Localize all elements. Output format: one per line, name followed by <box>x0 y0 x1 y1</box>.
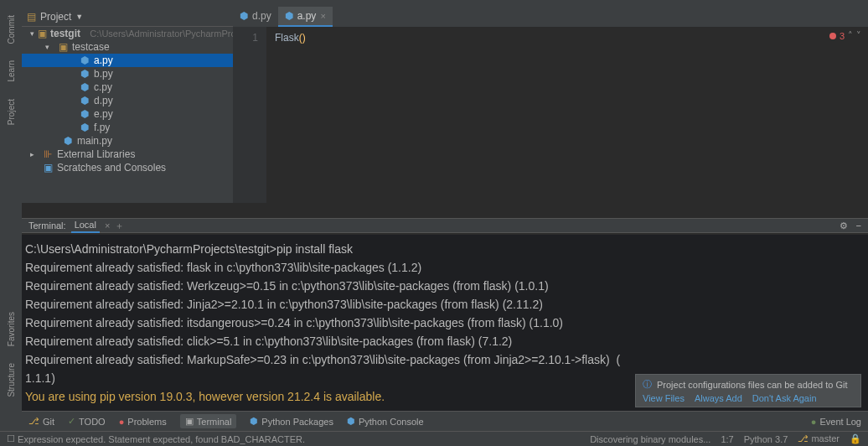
sidebar-tab-project[interactable]: Project <box>7 99 16 125</box>
python-icon: ⬢ <box>240 10 248 22</box>
python-icon: ⬢ <box>79 122 90 133</box>
python-icon: ⬢ <box>285 10 293 22</box>
btab-event-log[interactable]: ●Event Log <box>811 417 861 427</box>
event-icon: ● <box>811 417 817 427</box>
terminal-tab-local[interactable]: Local <box>71 218 100 233</box>
titlebar <box>0 0 868 7</box>
add-terminal-icon[interactable]: ＋ <box>115 220 124 232</box>
terminal-header: Terminal: Local × ＋ ⚙ − <box>22 218 868 233</box>
tab-d[interactable]: ⬢ d.py <box>233 7 278 27</box>
scratch-icon: ▣ <box>42 162 54 174</box>
project-tree[interactable]: ▾ ▣ testgit C:\Users\Administrator\Pycha… <box>22 27 233 203</box>
tree-external-libs[interactable]: ▸ ⊪ External Libraries <box>22 148 233 161</box>
editor-tabs: ⬢ d.py ⬢ a.py × <box>233 7 868 27</box>
chevron-down-icon[interactable]: ˅ <box>856 30 861 41</box>
left-toolbar: Commit Learn Project Favorites Structure <box>0 7 22 431</box>
link-view-files[interactable]: View Files <box>643 393 685 403</box>
btab-console[interactable]: ⬢Python Console <box>347 416 424 427</box>
close-icon[interactable]: × <box>105 220 110 231</box>
warning-icon: ● <box>119 417 125 427</box>
dropdown-icon[interactable]: ▼ <box>75 13 83 21</box>
gear-icon[interactable]: ⚙ <box>840 220 848 231</box>
editor: ⬢ d.py ⬢ a.py × 1 Flask() 3 ˄ ˅ <box>233 7 868 203</box>
lock-icon[interactable]: 🔒 <box>850 433 861 444</box>
status-position[interactable]: 1:7 <box>721 434 733 444</box>
python-icon: ⬢ <box>79 95 90 106</box>
packages-icon: ⬢ <box>250 416 258 427</box>
status-python[interactable]: Python 3.7 <box>744 434 788 444</box>
sidebar-tab-commit[interactable]: Commit <box>7 15 16 44</box>
close-icon[interactable]: × <box>320 11 325 21</box>
status-branch[interactable]: ⎇ master <box>798 433 840 444</box>
tree-scratches[interactable]: ▣ Scratches and Consoles <box>22 161 233 174</box>
tree-file-c[interactable]: ⬢ c.py <box>22 80 233 94</box>
btab-packages[interactable]: ⬢Python Packages <box>250 416 333 427</box>
sidebar-tab-learn[interactable]: Learn <box>7 60 16 82</box>
tree-file-f[interactable]: ⬢ f.py <box>22 121 233 134</box>
tab-a[interactable]: ⬢ a.py × <box>278 7 333 27</box>
link-always-add[interactable]: Always Add <box>695 393 742 403</box>
status-bar: ☐ Expression expected. Statement expecte… <box>0 431 868 446</box>
tree-folder[interactable]: ▾ ▣ testcase <box>22 40 233 54</box>
tree-file-b[interactable]: ⬢ b.py <box>22 67 233 80</box>
tree-file-a[interactable]: ⬢ a.py <box>22 54 233 67</box>
terminal-icon: ▣ <box>185 416 194 427</box>
btab-terminal[interactable]: ▣Terminal <box>180 414 237 428</box>
python-icon: ⬢ <box>79 81 90 93</box>
branch-icon: ⎇ <box>798 433 809 443</box>
python-icon: ⬢ <box>62 135 74 147</box>
minimize-icon[interactable]: − <box>856 220 861 231</box>
error-dot-icon <box>829 33 836 39</box>
git-icon: ⎇ <box>28 416 39 427</box>
code-area[interactable]: Flask() <box>266 27 868 203</box>
tree-file-e[interactable]: ⬢ e.py <box>22 107 233 121</box>
tree-file-d[interactable]: ⬢ d.py <box>22 94 233 107</box>
link-dont-ask[interactable]: Don't Ask Again <box>752 393 817 403</box>
btab-problems[interactable]: ●Problems <box>119 417 167 427</box>
notification: ⓘ Project configurations files can be ad… <box>635 374 861 407</box>
bottom-toolbar: ⎇Git ✓TODO ●Problems ▣Terminal ⬢Python P… <box>22 411 868 431</box>
status-message: Expression expected. Statement expected,… <box>18 434 305 444</box>
terminal-label: Terminal: <box>28 220 66 231</box>
notification-title: Project configurations files can be adde… <box>657 380 847 390</box>
info-icon: ⓘ <box>643 378 652 391</box>
chevron-up-icon[interactable]: ˄ <box>848 30 853 41</box>
gutter: 1 <box>233 27 266 203</box>
tree-file-main[interactable]: ⬢ main.py <box>22 134 233 148</box>
project-label[interactable]: Project <box>40 11 71 23</box>
library-icon: ⊪ <box>42 148 54 160</box>
todo-icon: ✓ <box>68 416 75 427</box>
btab-git[interactable]: ⎇Git <box>28 416 54 427</box>
project-icon: ▤ <box>27 11 36 23</box>
sidebar-tab-favorites[interactable]: Favorites <box>7 312 16 346</box>
error-indicator[interactable]: 3 ˄ ˅ <box>829 30 861 41</box>
python-icon: ⬢ <box>79 108 90 120</box>
status-hint-icon: ☐ <box>7 433 15 444</box>
python-icon: ⬢ <box>79 54 90 66</box>
btab-todo[interactable]: ✓TODO <box>68 416 106 427</box>
python-icon: ⬢ <box>79 68 90 80</box>
console-icon: ⬢ <box>347 416 355 427</box>
folder-icon: ▣ <box>57 41 69 53</box>
tree-root[interactable]: ▾ ▣ testgit C:\Users\Administrator\Pycha… <box>22 27 233 40</box>
status-discovering: Discovering binary modules... <box>590 434 710 444</box>
folder-icon: ▣ <box>38 28 47 39</box>
sidebar-tab-structure[interactable]: Structure <box>7 363 16 397</box>
